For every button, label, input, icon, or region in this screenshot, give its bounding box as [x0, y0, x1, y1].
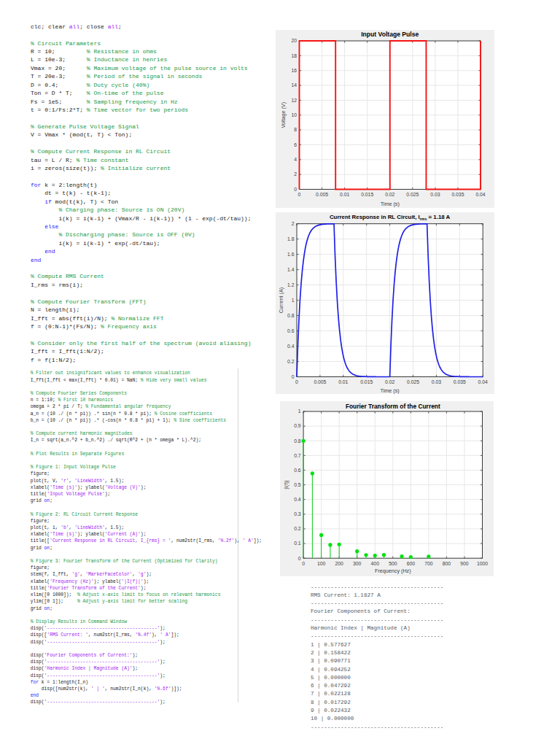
svg-text:0: 0: [295, 379, 298, 384]
svg-text:1.6: 1.6: [287, 252, 295, 257]
svg-text:0.01: 0.01: [340, 192, 349, 197]
svg-text:0.005: 0.005: [314, 379, 326, 384]
svg-text:12: 12: [291, 98, 297, 103]
svg-text:Frequency (Hz): Frequency (Hz): [375, 568, 411, 574]
svg-text:0.04: 0.04: [478, 379, 488, 384]
svg-text:800: 800: [442, 561, 451, 566]
svg-text:0: 0: [292, 374, 295, 379]
svg-text:0.015: 0.015: [361, 192, 373, 197]
svg-text:1000: 1000: [476, 561, 487, 566]
svg-text:0.025: 0.025: [406, 192, 419, 197]
svg-text:18: 18: [291, 53, 297, 58]
svg-text:|I(f)|: |I(f)|: [283, 480, 289, 489]
svg-text:0.2: 0.2: [287, 359, 295, 364]
svg-text:0.02: 0.02: [385, 192, 394, 197]
svg-text:300: 300: [353, 561, 362, 566]
svg-text:Current Response in RL Circuit: Current Response in RL Circuit, Irms = 1…: [330, 214, 451, 221]
svg-text:6: 6: [294, 142, 297, 147]
svg-text:14: 14: [291, 82, 297, 88]
svg-text:0: 0: [298, 556, 300, 561]
svg-text:Fourier Transform of the Curre: Fourier Transform of the Current: [345, 403, 440, 410]
svg-text:1.8: 1.8: [287, 236, 295, 241]
svg-text:0.035: 0.035: [451, 192, 464, 197]
svg-text:0.01: 0.01: [338, 379, 348, 384]
svg-text:20: 20: [291, 38, 297, 43]
svg-text:500: 500: [389, 561, 397, 566]
svg-text:0: 0: [302, 561, 305, 566]
svg-text:8: 8: [294, 127, 297, 132]
svg-text:1: 1: [292, 298, 295, 303]
svg-text:0.005: 0.005: [316, 192, 328, 197]
svg-text:0.03: 0.03: [432, 379, 441, 384]
svg-text:16: 16: [291, 68, 297, 73]
svg-text:Time (s): Time (s): [381, 387, 400, 394]
svg-text:700: 700: [424, 561, 433, 566]
svg-text:0.015: 0.015: [360, 379, 373, 384]
svg-text:0.4: 0.4: [287, 344, 295, 349]
svg-text:Input Voltage Pulse: Input Voltage Pulse: [361, 31, 419, 38]
svg-text:0.8: 0.8: [294, 438, 301, 444]
svg-text:0.7: 0.7: [294, 453, 301, 458]
svg-text:400: 400: [370, 561, 379, 566]
svg-text:0.4: 0.4: [294, 497, 301, 502]
svg-text:0.9: 0.9: [294, 423, 301, 428]
svg-text:0: 0: [298, 192, 301, 197]
svg-text:2: 2: [294, 171, 297, 177]
svg-text:1.2: 1.2: [287, 282, 295, 287]
svg-text:0.8: 0.8: [287, 313, 295, 318]
svg-text:600: 600: [406, 561, 415, 566]
svg-text:0.6: 0.6: [287, 328, 295, 333]
svg-text:900: 900: [460, 561, 469, 566]
svg-text:0.025: 0.025: [407, 379, 419, 384]
svg-text:0.1: 0.1: [294, 541, 301, 546]
svg-text:2: 2: [292, 221, 295, 226]
svg-text:0.3: 0.3: [294, 511, 301, 516]
svg-text:0.035: 0.035: [454, 379, 466, 384]
svg-text:100: 100: [316, 561, 325, 566]
svg-text:Time (s): Time (s): [381, 201, 400, 207]
svg-text:1.4: 1.4: [287, 267, 295, 272]
svg-text:0.2: 0.2: [294, 526, 301, 531]
svg-text:200: 200: [335, 561, 343, 566]
svg-text:Current (A): Current (A): [279, 287, 285, 314]
svg-text:0.6: 0.6: [294, 468, 301, 473]
svg-text:10: 10: [291, 112, 297, 117]
svg-text:0.04: 0.04: [475, 192, 485, 197]
svg-text:Voltage (V): Voltage (V): [280, 102, 287, 128]
svg-text:4: 4: [294, 157, 297, 162]
svg-text:0: 0: [294, 187, 297, 192]
svg-text:1: 1: [298, 409, 300, 414]
svg-text:0.5: 0.5: [294, 482, 301, 487]
svg-text:0.03: 0.03: [430, 192, 440, 197]
svg-text:0.02: 0.02: [385, 379, 394, 384]
